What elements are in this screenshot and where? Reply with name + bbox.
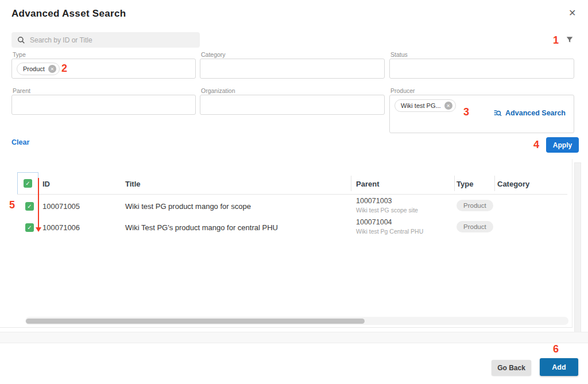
- advanced-asset-search-modal: Advanced Asset Search ✕ 1 Type Product ✕…: [0, 0, 588, 384]
- row-checkbox[interactable]: ✓: [25, 202, 34, 211]
- status-label: Status: [390, 51, 408, 58]
- column-header-id[interactable]: ID: [42, 180, 50, 188]
- category-field[interactable]: [200, 59, 385, 79]
- vertical-scrollbar[interactable]: [574, 162, 581, 338]
- add-button[interactable]: Add: [540, 358, 578, 376]
- row-type-badge: Product: [457, 200, 493, 211]
- advanced-search-icon: [493, 109, 502, 117]
- annotation-3: 3: [463, 107, 469, 117]
- chip-remove-icon[interactable]: ✕: [444, 102, 452, 110]
- go-back-button[interactable]: Go Back: [492, 360, 531, 375]
- row-title: Wiki test PG product mango for scope: [125, 202, 251, 211]
- row-type-badge: Product: [457, 221, 493, 232]
- search-input[interactable]: [30, 36, 185, 44]
- row-id: 100071006: [42, 223, 80, 232]
- filter-icon[interactable]: [566, 36, 574, 46]
- search-bar: [11, 32, 200, 48]
- row-title: Wiki Test PG's product mango for central…: [125, 223, 278, 232]
- annotation-5: 5: [9, 200, 15, 210]
- row-id: 100071005: [42, 202, 80, 211]
- row-parent-name: Wiki test PG scope site: [356, 207, 418, 214]
- horizontal-scrollbar-thumb[interactable]: [26, 319, 365, 324]
- type-chip-label: Product: [23, 65, 45, 72]
- advanced-search-link[interactable]: Advanced Search: [493, 109, 566, 117]
- category-label: Category: [201, 51, 226, 58]
- row-parent-name: Wiki test Pg Central PHU: [356, 228, 423, 235]
- row-parent-id: 100071003: [356, 197, 418, 205]
- producer-label: Producer: [390, 87, 415, 94]
- producer-field[interactable]: Wiki test PG... ✕ 3 Advanced Search: [389, 95, 574, 133]
- search-icon: [17, 36, 25, 44]
- results-table: ✓ ID Title Parent Type Category 5 ✓ 1000…: [0, 159, 572, 328]
- close-icon[interactable]: ✕: [568, 7, 576, 18]
- content-footer-divider: [0, 332, 588, 343]
- column-divider: [494, 176, 495, 191]
- annotation-arrow-line: [38, 178, 39, 228]
- advanced-search-label: Advanced Search: [505, 109, 566, 117]
- annotation-arrow-head: [36, 227, 41, 232]
- row-parent-id: 100071004: [356, 218, 423, 226]
- row-parent: 100071004 Wiki test Pg Central PHU: [356, 218, 423, 235]
- parent-label: Parent: [13, 87, 30, 94]
- organization-field[interactable]: [200, 95, 385, 115]
- clear-link[interactable]: Clear: [11, 138, 29, 146]
- modal-title: Advanced Asset Search: [11, 8, 126, 20]
- chip-remove-icon[interactable]: ✕: [48, 65, 56, 73]
- annotation-1: 1: [553, 35, 559, 45]
- column-divider: [351, 176, 351, 191]
- column-header-parent[interactable]: Parent: [356, 180, 379, 188]
- row-parent: 100071003 Wiki test PG scope site: [356, 197, 418, 214]
- parent-field[interactable]: [11, 95, 196, 115]
- row-checkbox[interactable]: ✓: [25, 223, 34, 232]
- type-field[interactable]: Product ✕ 2: [11, 59, 196, 79]
- column-header-title[interactable]: Title: [125, 180, 141, 188]
- select-all-checkbox[interactable]: ✓: [24, 179, 32, 188]
- column-header-type[interactable]: Type: [457, 180, 473, 188]
- annotation-6: 6: [553, 344, 559, 354]
- producer-chip: Wiki test PG... ✕: [394, 99, 456, 112]
- apply-button[interactable]: Apply: [546, 137, 579, 153]
- status-field[interactable]: [389, 59, 574, 79]
- header-bottom-border: [17, 194, 567, 195]
- type-chip: Product ✕: [17, 63, 60, 75]
- column-header-category[interactable]: Category: [497, 180, 529, 188]
- annotation-2: 2: [61, 63, 67, 73]
- organization-label: Organization: [201, 87, 235, 94]
- annotation-4: 4: [533, 139, 539, 150]
- producer-chip-label: Wiki test PG...: [401, 102, 441, 109]
- type-label: Type: [13, 51, 26, 58]
- column-divider: [454, 176, 455, 191]
